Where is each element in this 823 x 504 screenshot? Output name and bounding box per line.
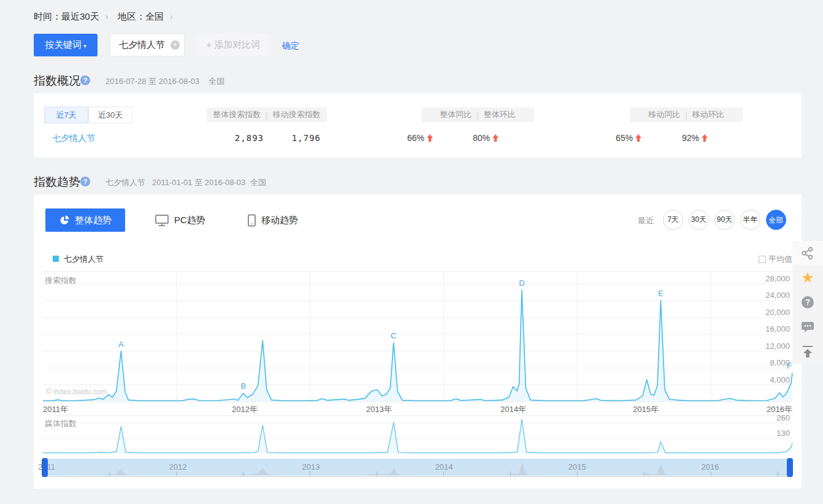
breadcrumb-region-label: 地区：全国 (118, 11, 164, 21)
header-search-index-group: 整体搜索指数 | 移动搜索指数 (207, 107, 327, 122)
top-bar-icon (803, 346, 813, 347)
phone-icon (247, 214, 256, 227)
feedback-button[interactable] (792, 315, 823, 339)
breadcrumb-time-label: 时间：最近30天 (34, 11, 99, 21)
chevron-right-icon: › (170, 12, 173, 21)
share-button[interactable] (792, 241, 823, 265)
legend-keyword[interactable]: 七夕情人节 (64, 254, 104, 265)
tab-overall-trend-label: 整体趋势 (75, 215, 112, 226)
breadcrumb-region[interactable]: 地区：全国 › (118, 11, 173, 23)
header-overall-search-index: 整体搜索指数 (213, 109, 261, 120)
header-mobile-yoy: 移动同比 (648, 109, 680, 120)
average-checkbox[interactable] (759, 256, 766, 263)
add-compare-button[interactable]: + 添加对比词 (196, 34, 270, 56)
overall-yoy-percent: 66% (407, 133, 424, 143)
trend-title: 指数趋势 (34, 174, 80, 190)
arrow-up-icon (803, 349, 813, 357)
share-icon (801, 246, 814, 260)
header-mobile-mom: 移动环比 (692, 109, 724, 120)
up-arrow-icon (702, 134, 708, 142)
tab-pc-trend-label: PC趋势 (174, 215, 205, 226)
monitor-icon (155, 214, 169, 227)
media-index-chart[interactable] (43, 416, 792, 454)
recent-label: 最近 (638, 215, 654, 226)
up-arrow-icon (427, 134, 433, 142)
keyword-mode-button[interactable]: 按关键词▾ (34, 34, 98, 56)
slider-handle-left[interactable] (42, 458, 48, 477)
range-30-days[interactable]: 30天 (689, 210, 709, 230)
header-mobile-compare-group: 移动同比 | 移动环比 (630, 107, 743, 122)
header-overall-mom: 整体环比 (484, 109, 516, 120)
tab-last-30-days[interactable]: 近30天 (88, 107, 132, 123)
range-7-days[interactable]: 7天 (663, 210, 683, 230)
chat-bubble-icon (801, 321, 814, 333)
overview-region: 全国 (209, 76, 224, 87)
header-separator: | (685, 110, 687, 120)
x-tick-2013: 2013年 (358, 404, 400, 415)
overview-date-range: 2016-07-28 至 2016-08-03 (105, 76, 199, 87)
overview-title: 指数概况 (34, 73, 80, 89)
x-tick-2015: 2015年 (624, 404, 667, 415)
mobile-yoy-percent: 65% (616, 133, 633, 143)
question-mark-icon: ? (802, 296, 814, 308)
legend-color-swatch (53, 256, 59, 262)
keyword-mode-label: 按关键词 (45, 39, 82, 50)
star-icon: ★ (801, 270, 814, 285)
timeline-slider[interactable] (43, 459, 792, 476)
slider-year-2014: 2014 (426, 462, 462, 472)
slider-year-2016: 2016 (692, 462, 729, 472)
trend-keyword: 七夕情人节 (105, 177, 145, 188)
chevron-right-icon: › (105, 12, 109, 21)
slider-year-2012: 2012 (159, 462, 196, 472)
favorite-button[interactable]: ★ (792, 265, 823, 290)
mobile-mom-value: 92% (672, 133, 718, 143)
trend-region: 全国 (250, 177, 266, 188)
caret-down-icon: ▾ (83, 43, 86, 49)
keyword-input[interactable]: 七夕情人节 + (110, 34, 185, 56)
tab-mobile-trend[interactable]: 移动趋势 (247, 208, 298, 232)
x-tick-2011: 2011年 (43, 404, 86, 415)
slider-year-2013: 2013 (293, 462, 329, 472)
add-compare-label: + 添加对比词 (207, 39, 261, 51)
keyword-add-icon[interactable]: + (170, 40, 180, 50)
trend-date-range: 2011-01-01 至 2016-08-03 (152, 177, 245, 188)
slider-handle-right[interactable] (787, 458, 793, 477)
overall-mom-value: 80% (463, 133, 508, 143)
header-mobile-search-index: 移动搜索指数 (273, 109, 321, 120)
overview-help-icon[interactable]: ? (80, 75, 90, 85)
overall-yoy-value: 66% (397, 133, 443, 143)
breadcrumb-time[interactable]: 时间：最近30天 › (34, 11, 109, 23)
tab-pc-trend[interactable]: PC趋势 (155, 208, 205, 232)
mobile-yoy-value: 65% (606, 133, 651, 143)
confirm-button[interactable]: 确定 (282, 40, 299, 52)
header-separator: | (266, 110, 267, 120)
tab-last-7-days[interactable]: 近7天 (44, 107, 88, 123)
pie-chart-icon (59, 215, 70, 226)
back-to-top-button[interactable] (792, 339, 823, 364)
average-checkbox-label: 平均值 (768, 254, 792, 265)
range-all[interactable]: 全部 (766, 210, 786, 230)
range-90-days[interactable]: 90天 (714, 210, 735, 230)
table-row-keyword[interactable]: 七夕情人节 (52, 133, 95, 144)
tab-mobile-trend-label: 移动趋势 (261, 215, 298, 226)
mobile-search-index-value: 1,796 (272, 133, 321, 143)
tab-overall-trend[interactable]: 整体趋势 (45, 208, 125, 232)
overall-search-index-value: 2,893 (215, 133, 264, 143)
search-index-chart[interactable] (43, 272, 792, 402)
x-tick-2014: 2014年 (492, 404, 535, 415)
slider-year-2015: 2015 (559, 462, 595, 472)
overview-card (34, 93, 802, 158)
keyword-text: 七夕情人节 (119, 39, 165, 51)
overall-mom-percent: 80% (473, 133, 490, 143)
help-button[interactable]: ? (792, 290, 823, 315)
trend-help-icon[interactable]: ? (80, 177, 90, 186)
up-arrow-icon (635, 134, 641, 142)
up-arrow-icon (492, 134, 499, 142)
mobile-mom-percent: 92% (682, 133, 699, 143)
header-overall-compare-group: 整体同比 | 整体环比 (421, 107, 534, 122)
side-toolbar: ★ ? (792, 241, 823, 364)
range-half-year[interactable]: 半年 (740, 210, 760, 230)
slider-bottom-line (43, 476, 792, 477)
x-tick-2016: 2016年 (749, 404, 792, 415)
x-tick-2012: 2012年 (223, 404, 266, 415)
